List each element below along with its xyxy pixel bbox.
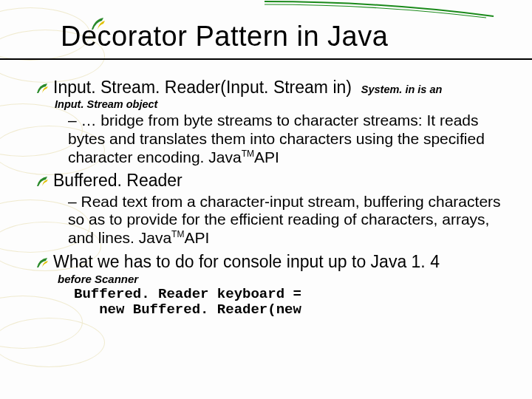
- leaf-bullet-icon: [35, 256, 49, 269]
- bullet-item: Buffered. Reader: [35, 171, 510, 191]
- sub-bullet: – Read text from a character-input strea…: [68, 193, 510, 248]
- bullet-item: Input. Stream. Reader(Input. Stream in) …: [35, 78, 510, 98]
- bullet-main: Input. Stream. Reader(Input. Stream in): [53, 78, 352, 97]
- title-bar: Decorator Pattern in Java: [0, 0, 532, 60]
- leaf-bullet-icon: [35, 174, 49, 188]
- superscript: TM: [242, 149, 254, 159]
- sub-bullet-text: – Read text from a character-input strea…: [68, 193, 501, 247]
- bullet-annotation: System. in is an: [361, 83, 443, 95]
- slide-content: Input. Stream. Reader(Input. Stream in) …: [0, 60, 532, 318]
- bullet-subnote: Input. Stream object: [55, 98, 510, 110]
- bullet-text: What we has to do for console input up t…: [53, 252, 440, 272]
- code-block: Buffered. Reader keyboard = new Buffered…: [74, 287, 510, 318]
- leaf-bullet-icon: [35, 81, 49, 95]
- sub-bullet: – … bridge from byte streams to characte…: [68, 112, 510, 166]
- sub-bullet-tail: API: [184, 229, 209, 246]
- sub-bullet-tail: API: [254, 149, 279, 166]
- before-scanner-note: before Scanner: [58, 273, 510, 285]
- bullet-text: Input. Stream. Reader(Input. Stream in) …: [53, 78, 442, 98]
- bullet-text: Buffered. Reader: [53, 171, 183, 191]
- slide-title: Decorator Pattern in Java: [61, 21, 532, 52]
- bullet-item: What we has to do for console input up t…: [35, 252, 510, 272]
- superscript: TM: [171, 229, 184, 239]
